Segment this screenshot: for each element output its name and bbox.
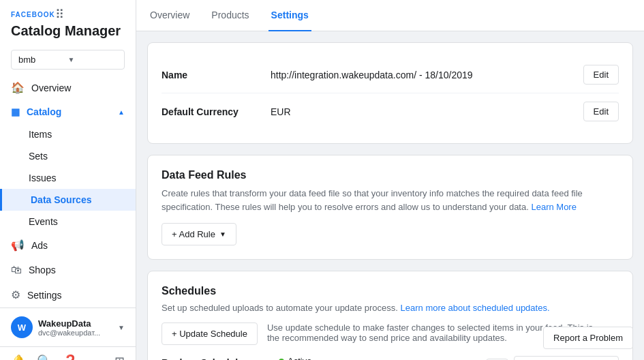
sidebar-item-overview[interactable]: 🏠 Overview: [0, 75, 136, 100]
user-email: dvc@wakeupdат...: [38, 329, 112, 337]
user-name: WakeupData: [38, 318, 112, 329]
app-title: Catalog Manager: [11, 23, 125, 39]
settings-icon: ⚙: [11, 288, 20, 301]
name-edit-button[interactable]: Edit: [583, 65, 619, 85]
sidebar-header: FACEBOOK ⠿ Catalog Manager: [0, 0, 136, 44]
active-text: Active: [288, 356, 311, 360]
update-schedule-button[interactable]: + Update Schedule: [162, 322, 258, 345]
chevron-up-icon: ▲: [118, 108, 125, 116]
add-rule-button[interactable]: + Add Rule ▼: [162, 223, 236, 245]
chevron-down-icon: ▼: [68, 56, 118, 63]
sidebar-item-label: Settings: [27, 290, 62, 301]
user-info: WakeupData dvc@wakeupdат...: [38, 318, 112, 337]
sidebar-item-catalog[interactable]: ▦ Catalog ▲: [0, 100, 136, 123]
replace-schedule-detail: Active Weekly, Fridays - 15:44 GMT+02:00…: [279, 356, 478, 360]
name-currency-card: Name http://integration.wakeupdata.com/ …: [147, 42, 633, 144]
sidebar: FACEBOOK ⠿ Catalog Manager bmb ▼ 🏠 Overv…: [0, 0, 136, 360]
sidebar-item-settings[interactable]: ⚙ Settings: [0, 282, 136, 308]
sidebar-item-sets[interactable]: Sets: [0, 145, 136, 167]
data-feed-rules-card: Data Feed Rules Create rules that transf…: [147, 155, 633, 260]
replace-schedule-row: Replace Schedule Active Weekly, Fridays …: [162, 356, 619, 360]
schedules-desc: Set up scheduled uploads to automate you…: [162, 303, 619, 313]
catalog-icon: ▦: [11, 106, 20, 117]
sidebar-sub-label: Issues: [29, 172, 56, 183]
sidebar-sub-label: Events: [29, 216, 58, 227]
sidebar-section-label: Catalog: [27, 106, 61, 117]
grid-icon[interactable]: ⠿: [55, 8, 64, 20]
tab-overview[interactable]: Overview: [147, 0, 192, 31]
schedules-title: Schedules: [162, 285, 619, 297]
replace-schedule-label: Replace Schedule: [162, 356, 271, 360]
sidebar-item-label: Ads: [31, 240, 48, 251]
sidebar-bottom-bar: 🔔 🔍 ❓ ⊞: [0, 346, 136, 360]
sidebar-item-issues[interactable]: Issues: [0, 167, 136, 189]
data-feed-rules-title: Data Feed Rules: [162, 169, 619, 181]
account-name: bmb: [18, 55, 68, 65]
chevron-down-icon: ▼: [118, 324, 125, 331]
sidebar-item-ads[interactable]: 📢 Ads: [0, 232, 136, 258]
tab-products[interactable]: Products: [209, 0, 251, 31]
report-problem-button[interactable]: Report a Problem: [543, 327, 633, 349]
tab-settings[interactable]: Settings: [269, 0, 311, 31]
active-badge: Active: [279, 356, 478, 360]
fb-brand-label: FACEBOOK: [11, 11, 55, 18]
help-icon[interactable]: ❓: [63, 354, 78, 360]
sidebar-item-data-sources[interactable]: Data Sources: [0, 189, 136, 211]
account-selector[interactable]: bmb ▼: [11, 50, 125, 70]
sidebar-item-shops[interactable]: 🛍 Shops: [0, 258, 136, 282]
learn-more-link[interactable]: Learn More: [531, 202, 576, 212]
currency-label: Default Currency: [162, 106, 271, 117]
sidebar-item-label: Overview: [31, 82, 71, 93]
user-profile[interactable]: W WakeupData dvc@wakeupdат... ▼: [0, 308, 136, 346]
dropdown-arrow-icon: ▼: [219, 230, 226, 238]
pages-icon[interactable]: ⊞: [114, 354, 125, 360]
sidebar-item-items[interactable]: Items: [0, 123, 136, 145]
data-feed-rules-desc: Create rules that transform your data fe…: [162, 187, 619, 213]
name-field-row: Name http://integration.wakeupdata.com/ …: [162, 57, 619, 93]
home-icon: 🏠: [11, 81, 25, 94]
currency-field-row: Default Currency EUR Edit: [162, 93, 619, 130]
sidebar-sub-label: Items: [29, 129, 52, 140]
ads-icon: 📢: [11, 239, 25, 252]
replace-schedule-actions: ··· Request Update Now: [486, 356, 619, 360]
shops-icon: 🛍: [11, 264, 22, 276]
name-value: http://integration.wakeupdata.com/ - 18/…: [271, 70, 583, 80]
sidebar-sub-label: Data Sources: [31, 194, 91, 205]
learn-more-schedules-link[interactable]: Learn more about scheduled updates.: [401, 303, 550, 313]
search-icon[interactable]: 🔍: [37, 354, 52, 360]
avatar: W: [11, 316, 33, 338]
sidebar-item-events[interactable]: Events: [0, 211, 136, 232]
alerts-icon[interactable]: 🔔: [11, 354, 26, 360]
currency-value: EUR: [271, 106, 583, 117]
tab-bar: Overview Products Settings: [136, 0, 644, 31]
main-content: Overview Products Settings Name http://i…: [136, 0, 644, 360]
sidebar-sub-label: Sets: [29, 151, 48, 162]
request-update-button[interactable]: Request Update Now: [514, 356, 619, 360]
currency-edit-button[interactable]: Edit: [583, 102, 619, 121]
sidebar-item-label: Shops: [29, 265, 56, 275]
name-label: Name: [162, 70, 271, 80]
